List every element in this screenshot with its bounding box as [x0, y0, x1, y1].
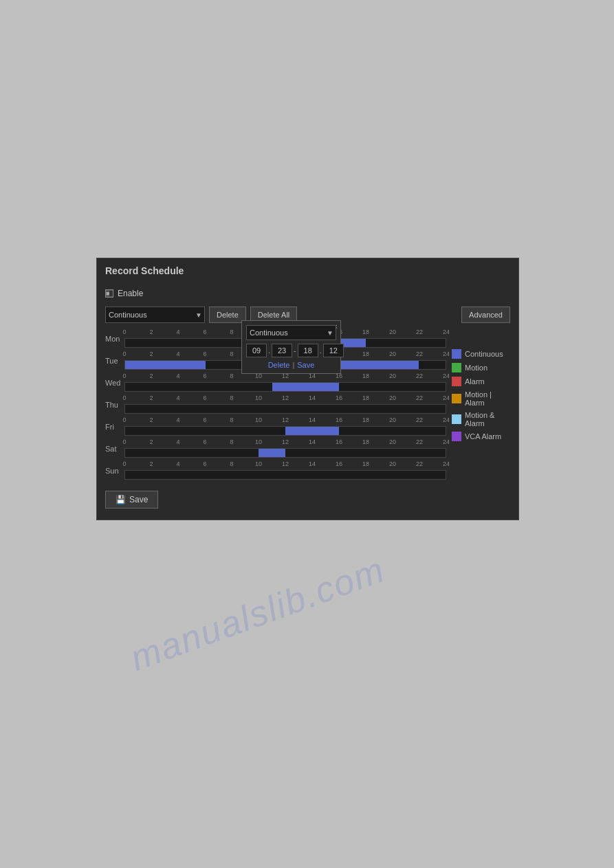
time-start-hour[interactable] — [246, 344, 267, 357]
tick-label: 0 — [122, 329, 126, 335]
day-label: Fri — [105, 423, 124, 431]
tick-label: 4 — [176, 350, 179, 357]
delete-button[interactable]: Delete — [209, 307, 246, 323]
tick-label: 4 — [176, 460, 179, 467]
timeline-container[interactable]: 024681012141618202224 — [124, 394, 446, 415]
tick-label: 24 — [443, 438, 450, 445]
tick-label: 4 — [176, 438, 179, 445]
day-row: Fri024681012141618202224 — [105, 416, 446, 437]
segment[interactable] — [272, 383, 312, 391]
legend-item: Motion | Alarm — [452, 390, 510, 407]
day-label: Tue — [105, 357, 124, 365]
tick-label: 20 — [389, 372, 396, 379]
tick-label: 10 — [255, 394, 262, 401]
tick-label: 6 — [203, 329, 206, 335]
tick-label: 16 — [336, 438, 342, 445]
legend-label: Motion — [465, 364, 487, 372]
segment[interactable] — [259, 449, 285, 457]
tick-label: 20 — [389, 460, 396, 467]
tick-label: 14 — [309, 438, 316, 445]
tick-label: 2 — [149, 329, 153, 335]
tick-label: 2 — [149, 438, 153, 445]
tick-label: 8 — [230, 460, 233, 467]
tick-label: 14 — [309, 394, 316, 401]
legend-color-box — [452, 363, 461, 372]
tick-label: 4 — [176, 329, 179, 335]
tick-label: 0 — [122, 460, 126, 467]
time-end-hour[interactable] — [298, 344, 318, 357]
day-label: Sat — [105, 445, 124, 453]
popup-save-link[interactable]: Save — [297, 361, 314, 369]
advanced-button[interactable]: Advanced — [461, 307, 510, 323]
tick-label: 2 — [149, 350, 153, 357]
tick-label: 2 — [149, 394, 153, 401]
tick-label: 10 — [255, 438, 262, 445]
tick-label: 22 — [416, 438, 423, 445]
legend-item: Motion & Alarm — [452, 411, 510, 427]
tick-label: 8 — [230, 416, 233, 423]
tick-label: 6 — [203, 460, 206, 467]
day-label: Mon — [105, 335, 124, 343]
type-select[interactable]: Continuous Motion Alarm Motion | Alarm M… — [105, 307, 205, 323]
legend-color-box — [452, 349, 461, 359]
time-sep-2: . — [320, 346, 322, 355]
popup-action-sep: | — [292, 361, 294, 369]
enable-label: Enable — [118, 289, 143, 298]
segment[interactable] — [312, 383, 339, 391]
tick-label: 6 — [203, 350, 206, 357]
timeline-bar[interactable] — [124, 470, 446, 480]
segment[interactable] — [125, 361, 206, 369]
timeline-bar[interactable] — [124, 448, 446, 458]
tick-label: 18 — [362, 438, 369, 445]
enable-checkbox[interactable]: ■ — [105, 289, 113, 298]
timeline-container[interactable]: 024681012141618202224 — [124, 372, 446, 393]
tick-label: 18 — [362, 460, 369, 467]
popup-type-select[interactable]: Continuous Motion Alarm Motion | Alarm M… — [246, 325, 336, 340]
tick-label: 0 — [122, 394, 126, 401]
tick-label: 0 — [122, 350, 126, 357]
tick-label: 8 — [230, 394, 233, 401]
tick-label: 20 — [389, 438, 396, 445]
tick-label: 18 — [362, 416, 369, 423]
legend-color-box — [452, 377, 461, 386]
legend-label: VCA Alarm — [465, 432, 501, 441]
day-row: Sat024681012141618202224 — [105, 438, 446, 459]
legend-color-box — [452, 414, 461, 424]
timeline-container[interactable]: 024681012141618202224 — [124, 460, 446, 481]
tick-label: 16 — [336, 416, 342, 423]
time-end-min[interactable] — [323, 344, 344, 357]
tick-label: 22 — [416, 460, 423, 467]
segment[interactable] — [285, 427, 339, 435]
day-row: Sun024681012141618202224 — [105, 460, 446, 481]
legend-item: VCA Alarm — [452, 432, 510, 441]
tick-label: 4 — [176, 394, 179, 401]
tick-label: 22 — [416, 350, 423, 357]
save-icon: 💾 — [116, 495, 126, 504]
tick-label: 22 — [416, 416, 423, 423]
popup-delete-link[interactable]: Delete — [268, 361, 290, 369]
legend-label: Motion & Alarm — [465, 411, 510, 427]
tick-label: 10 — [255, 460, 262, 467]
tick-label: 6 — [203, 416, 206, 423]
timeline-bar[interactable] — [124, 404, 446, 414]
tick-label: 14 — [309, 460, 316, 467]
tick-label: 22 — [416, 372, 423, 379]
time-sep-1: . — [268, 346, 270, 355]
timeline-container[interactable]: 024681012141618202224 — [124, 438, 446, 459]
save-button[interactable]: 💾 Save — [105, 491, 158, 509]
tick-label: 2 — [149, 416, 153, 423]
timeline-container[interactable]: 024681012141618202224 — [124, 416, 446, 437]
timeline-bar[interactable] — [124, 382, 446, 392]
tick-label: 12 — [282, 394, 289, 401]
tick-label: 20 — [389, 329, 396, 335]
timeline-bar[interactable] — [124, 426, 446, 436]
time-start-min[interactable] — [272, 344, 292, 357]
segment[interactable] — [339, 361, 419, 369]
legend: ContinuousMotionAlarmMotion | AlarmMotio… — [452, 329, 510, 482]
bottom-bar: 💾 Save — [105, 491, 510, 509]
tick-label: 22 — [416, 394, 423, 401]
legend-color-box — [452, 394, 461, 403]
popup-actions: Delete | Save — [246, 361, 336, 369]
tick-label: 8 — [230, 350, 233, 357]
tick-label: 18 — [362, 372, 369, 379]
